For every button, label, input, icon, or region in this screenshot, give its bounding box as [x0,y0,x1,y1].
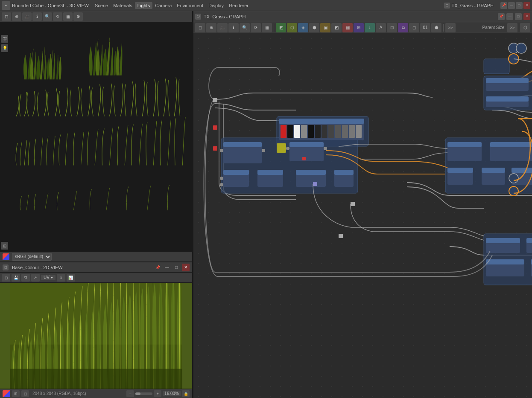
svg-point-61 [509,174,518,183]
zoom-plus[interactable]: + [154,390,161,397]
svg-rect-20 [335,125,341,138]
view3d-tb-info[interactable]: ℹ [32,12,42,21]
pin-button[interactable]: 📌 [500,2,507,9]
view2d-maximize-button[interactable]: □ [172,264,180,271]
svg-point-59 [516,43,526,53]
view2d-minimize-button[interactable]: — [163,264,171,271]
view2d-tb-export[interactable]: ↗ [31,274,40,282]
g-tb-zoom[interactable]: 🔍 [240,23,250,32]
svg-rect-9 [484,234,532,285]
left-panel: ◻ ⊕ 🎥 ℹ 🔍 ↻ ▦ ⚙ 🎬 💡 ⊞ [0,11,192,398]
view3d-tb-settings[interactable]: ⚙ [73,12,83,21]
g-tb-node6[interactable]: ◩ [331,23,342,32]
graph-min-btn[interactable]: — [506,13,513,20]
graph-canvas[interactable] [193,33,532,398]
menu-lights[interactable]: Lights [135,2,152,9]
svg-rect-41 [334,170,354,175]
svg-rect-28 [277,143,286,153]
svg-point-26 [220,149,223,152]
g-tb-node12[interactable]: ⧉ [398,23,408,32]
view3d-tb-select[interactable]: ◻ [2,12,11,21]
view3d-tb-transform[interactable]: ⊕ [12,12,21,21]
view2d-panel-icon: ◻ [3,264,9,270]
uv-dropdown[interactable]: UV ▾ [41,275,56,280]
svg-rect-10 [279,119,364,140]
menu-display[interactable]: Display [206,2,226,9]
g-tb-node9[interactable]: ↕ [365,23,375,32]
g-tb-node13[interactable]: ◻ [409,23,419,32]
view2d-tb-select[interactable]: ◻ [2,274,10,282]
svg-rect-39 [296,170,326,175]
g-tb-select[interactable]: ◻ [195,23,205,32]
g-tb-node11[interactable]: ⊡ [387,23,397,32]
menu-camera[interactable]: Camera [152,2,174,9]
svg-rect-15 [301,125,307,138]
graph-max-btn[interactable]: □ [515,13,522,20]
svg-rect-16 [308,125,314,138]
view2d-svg [0,283,192,389]
status-layers-icon[interactable] [3,390,10,397]
menu-environment[interactable]: Environment [174,2,206,9]
svg-rect-40 [334,170,354,187]
view2d-panel: ◻ Base_Colour - 2D VIEW 📌 — □ ✕ ◻ 💾 ⧉ ↗ … [0,261,192,398]
view2d-pin-button[interactable]: 📌 [154,264,161,271]
view3d-tb-camera[interactable]: 🎥 [22,12,32,21]
svg-rect-57 [486,96,529,102]
svg-point-27 [262,149,265,152]
view3d-tb-zoom[interactable]: 🔍 [43,12,52,21]
graph-window-icon: ⬡ [444,3,450,9]
g-tb-node15[interactable]: ⬟ [431,23,441,32]
g-tb-node10[interactable]: A [376,23,386,32]
status-view-icon[interactable]: ◻ [21,390,29,397]
g-tb-node3[interactable]: ◈ [298,23,308,32]
svg-point-33 [324,147,327,150]
g-tb-grid[interactable]: ▦ [262,23,272,32]
view2d-info-btn[interactable]: ℹ [57,274,65,282]
menu-materials[interactable]: Materials [111,2,135,9]
zoom-minus[interactable]: − [126,390,134,397]
g-tb-node4[interactable]: ⬢ [309,23,319,32]
zoom-bar[interactable] [135,392,152,395]
g-tb-node1[interactable]: ◩ [276,23,286,32]
view2d-close-button[interactable]: ✕ [182,264,190,271]
minimize-button[interactable]: — [508,2,515,9]
lock-icon[interactable]: 🔒 [182,390,190,397]
svg-rect-64 [486,238,520,243]
g-tb-node8[interactable]: ⊞ [354,23,364,32]
maximize-button[interactable]: □ [516,2,523,9]
g-tb-info[interactable]: ℹ [228,23,239,32]
g-tb-node14[interactable]: 01 [420,23,430,32]
svg-rect-70 [486,259,524,264]
g-tb-rightend[interactable]: ⬡ [520,23,530,32]
svg-rect-34 [223,170,249,187]
view3d-tb-rotate[interactable]: ↻ [53,12,62,21]
status-resolution-text: 2048 x 2048 (RGBA, 16bpc) [32,391,86,396]
view2d-tb-copy[interactable]: ⧉ [21,274,30,282]
view2d-chart-btn[interactable]: 📊 [67,274,75,282]
view3d-tb-grid[interactable]: ▦ [63,12,73,21]
menu-scene[interactable]: Scene [92,2,111,9]
right-panel: ⬡ TX_Grass - GRAPH 📌 — □ ✕ ◻ ⊕ 🎥 ℹ 🔍 ⟳ ▦… [193,11,532,398]
svg-rect-55 [486,78,529,83]
g-sep-1 [274,24,274,32]
g-tb-node5[interactable]: ▣ [320,23,330,32]
menu-renderer[interactable]: Renderer [226,2,251,9]
g-tb-node2[interactable]: ⬡ [287,23,297,32]
parent-size-expand[interactable]: >> [507,23,517,32]
colorspace-select[interactable]: sRGB (default) [12,253,52,261]
svg-rect-23 [356,125,362,138]
g-tb-expand[interactable]: >> [445,23,456,32]
view2d-tb-save[interactable]: 💾 [12,274,20,282]
graph-close-btn[interactable]: ✕ [523,13,530,20]
g-tb-move[interactable]: ⊕ [206,23,216,32]
g-tb-camera[interactable]: 🎥 [217,23,228,32]
close-button[interactable]: ✕ [523,2,530,9]
graph-pin-btn[interactable]: 📌 [498,13,505,20]
window-title-graph: TX_Grass - GRAPH [452,3,494,8]
g-tb-node7[interactable]: ▦ [342,23,353,32]
svg-rect-49 [447,168,473,173]
zoom-value: 16.00% [163,391,181,396]
status-grid-icon[interactable]: ⊞ [12,390,20,397]
layers-icon[interactable] [3,253,9,260]
g-tb-fit[interactable]: ⟳ [251,23,261,32]
